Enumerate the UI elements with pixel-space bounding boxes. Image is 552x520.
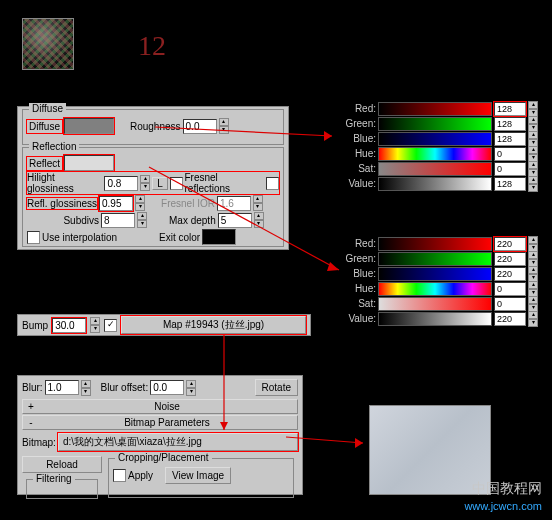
bump-panel: Bump 30.0 ▴▾ Map #19943 (拉丝.jpg) [17, 314, 311, 336]
fresnel-check[interactable] [170, 177, 183, 190]
red-slider[interactable] [378, 102, 492, 116]
max-depth-label: Max depth [169, 215, 216, 226]
diffuse-group-title: Diffuse [29, 103, 66, 114]
bitmap-params-rollout[interactable]: -Bitmap Parameters [22, 415, 298, 430]
hue-value-2[interactable]: 0 [494, 282, 526, 296]
bitmap-path-button[interactable]: d:\我的文档\桌面\xiaza\拉丝.jpg [58, 433, 298, 451]
noise-rollout[interactable]: +Noise [22, 399, 298, 414]
exit-color-swatch[interactable] [202, 229, 236, 245]
hilight-gloss-value[interactable]: 0.8 [104, 176, 138, 191]
bump-map-button[interactable]: Map #19943 (拉丝.jpg) [121, 316, 306, 334]
use-interp-label: Use interpolation [42, 232, 117, 243]
bitmap-label: Bitmap: [22, 437, 56, 448]
footer-url: www.jcwcn.com [464, 500, 542, 512]
material-preview-sphere [22, 18, 74, 70]
maxdepth-spinner[interactable]: ▴▾ [254, 212, 264, 228]
bump-check[interactable] [104, 319, 117, 332]
ior-spinner[interactable]: ▴▾ [253, 195, 263, 211]
blur-spinner[interactable]: ▴▾ [81, 380, 91, 396]
blue-slider-2[interactable] [378, 267, 492, 281]
subdivs-spinner[interactable]: ▴▾ [137, 212, 147, 228]
bump-label: Bump [22, 320, 48, 331]
svg-marker-7 [355, 438, 363, 448]
sat-slider[interactable] [378, 162, 492, 176]
fresnel-ior-value: 1.6 [217, 196, 251, 211]
hue-value[interactable]: 0 [494, 147, 526, 161]
max-depth-value[interactable]: 5 [218, 213, 252, 228]
subdivs-label: Subdivs [27, 215, 99, 226]
val-slider-2[interactable] [378, 312, 492, 326]
red-value[interactable]: 128 [494, 102, 526, 116]
reflection-group-title: Reflection [29, 141, 79, 152]
hilight-gloss-label: Hilight glossiness [27, 172, 102, 194]
sat-value-2[interactable]: 0 [494, 297, 526, 311]
material-panel: Diffuse Diffuse Roughness 0.0 ▴▾ Reflect… [17, 106, 289, 250]
reload-button[interactable]: Reload [22, 456, 102, 473]
val-slider[interactable] [378, 177, 492, 191]
color-picker-1: Red:128▴▾ Green:128▴▾ Blue:128▴▾ Hue:0▴▾… [338, 101, 538, 191]
blur-value[interactable]: 1.0 [45, 380, 79, 395]
fresnel-on-check[interactable] [266, 177, 279, 190]
lock-button[interactable]: L [152, 177, 168, 190]
bitmap-panel: Blur: 1.0 ▴▾ Blur offset: 0.0 ▴▾ Rotate … [17, 375, 303, 495]
reflect-label: Reflect [27, 157, 62, 170]
refl-gloss-label: Refl. glossiness [27, 198, 97, 209]
blur-offset-label: Blur offset: [101, 382, 149, 393]
exit-color-label: Exit color [159, 232, 200, 243]
green-slider[interactable] [378, 117, 492, 131]
blue-slider[interactable] [378, 132, 492, 146]
val-value[interactable]: 128 [494, 177, 526, 191]
diffuse-label: Diffuse [27, 120, 62, 133]
green-slider-2[interactable] [378, 252, 492, 266]
roughness-value[interactable]: 0.0 [183, 119, 217, 134]
bump-value[interactable]: 30.0 [52, 318, 86, 333]
step-number: 12 [138, 30, 166, 62]
green-value[interactable]: 128 [494, 117, 526, 131]
fresnel-ior-label: Fresnel IOR [161, 198, 215, 209]
svg-marker-1 [324, 131, 332, 141]
red-slider-2[interactable] [378, 237, 492, 251]
cropping-title: Cropping/Placement [115, 452, 212, 463]
val-value-2[interactable]: 220 [494, 312, 526, 326]
sat-slider-2[interactable] [378, 297, 492, 311]
red-value-2[interactable]: 220 [494, 237, 526, 251]
roughness-label: Roughness [130, 121, 181, 132]
view-image-button[interactable]: View Image [165, 467, 231, 484]
color-picker-2: Red:220▴▾ Green:220▴▾ Blue:220▴▾ Hue:0▴▾… [338, 236, 538, 326]
diffuse-swatch[interactable] [64, 118, 114, 134]
interp-check[interactable] [27, 231, 40, 244]
refl-gloss-value[interactable]: 0.95 [99, 196, 133, 211]
footer-cn: 中国教程网 [472, 480, 542, 498]
green-value-2[interactable]: 220 [494, 252, 526, 266]
refl-spinner[interactable]: ▴▾ [135, 195, 145, 211]
subdivs-value[interactable]: 8 [101, 213, 135, 228]
bluroff-spinner[interactable]: ▴▾ [186, 380, 196, 396]
hue-slider-2[interactable] [378, 282, 492, 296]
apply-check[interactable] [113, 469, 126, 482]
fresnel-label: Fresnel reflections [185, 172, 265, 194]
blur-offset-value[interactable]: 0.0 [150, 380, 184, 395]
reflect-swatch[interactable] [64, 155, 114, 171]
hue-slider[interactable] [378, 147, 492, 161]
blur-label: Blur: [22, 382, 43, 393]
blue-value-2[interactable]: 220 [494, 267, 526, 281]
filtering-title: Filtering [33, 473, 75, 484]
bump-spinner[interactable]: ▴▾ [90, 317, 100, 333]
hilight-spinner[interactable]: ▴▾ [140, 175, 150, 191]
blue-value[interactable]: 128 [494, 132, 526, 146]
sat-value[interactable]: 0 [494, 162, 526, 176]
apply-label: Apply [128, 470, 153, 481]
roughness-spinner[interactable]: ▴▾ [219, 118, 229, 134]
rotate-button[interactable]: Rotate [255, 379, 298, 396]
